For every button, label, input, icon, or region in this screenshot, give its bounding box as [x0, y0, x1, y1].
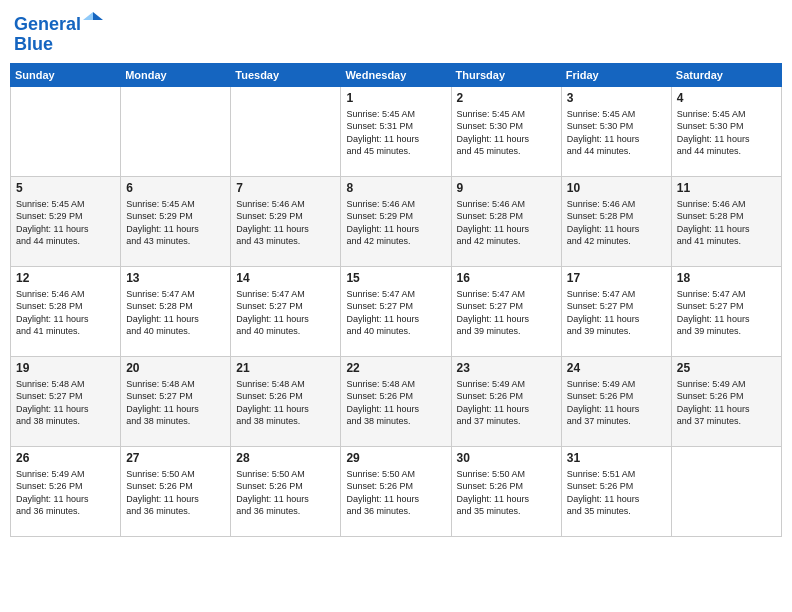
- day-info: Sunrise: 5:47 AM Sunset: 5:27 PM Dayligh…: [346, 288, 445, 338]
- logo-bird-icon: [83, 10, 103, 30]
- calendar-cell: 28Sunrise: 5:50 AM Sunset: 5:26 PM Dayli…: [231, 446, 341, 536]
- day-number: 19: [16, 361, 115, 375]
- calendar-cell: 23Sunrise: 5:49 AM Sunset: 5:26 PM Dayli…: [451, 356, 561, 446]
- col-friday: Friday: [561, 63, 671, 86]
- day-number: 17: [567, 271, 666, 285]
- day-info: Sunrise: 5:46 AM Sunset: 5:28 PM Dayligh…: [567, 198, 666, 248]
- calendar-cell: [231, 86, 341, 176]
- day-info: Sunrise: 5:46 AM Sunset: 5:28 PM Dayligh…: [16, 288, 115, 338]
- day-number: 21: [236, 361, 335, 375]
- day-number: 14: [236, 271, 335, 285]
- day-info: Sunrise: 5:47 AM Sunset: 5:27 PM Dayligh…: [567, 288, 666, 338]
- calendar-cell: 17Sunrise: 5:47 AM Sunset: 5:27 PM Dayli…: [561, 266, 671, 356]
- week-row-3: 19Sunrise: 5:48 AM Sunset: 5:27 PM Dayli…: [11, 356, 782, 446]
- day-number: 11: [677, 181, 776, 195]
- svg-marker-1: [83, 12, 93, 20]
- day-info: Sunrise: 5:49 AM Sunset: 5:26 PM Dayligh…: [677, 378, 776, 428]
- calendar-cell: 22Sunrise: 5:48 AM Sunset: 5:26 PM Dayli…: [341, 356, 451, 446]
- day-info: Sunrise: 5:45 AM Sunset: 5:29 PM Dayligh…: [126, 198, 225, 248]
- calendar-cell: 8Sunrise: 5:46 AM Sunset: 5:29 PM Daylig…: [341, 176, 451, 266]
- day-number: 31: [567, 451, 666, 465]
- day-number: 3: [567, 91, 666, 105]
- day-info: Sunrise: 5:45 AM Sunset: 5:29 PM Dayligh…: [16, 198, 115, 248]
- calendar-cell: 30Sunrise: 5:50 AM Sunset: 5:26 PM Dayli…: [451, 446, 561, 536]
- calendar-cell: [671, 446, 781, 536]
- calendar-cell: 18Sunrise: 5:47 AM Sunset: 5:27 PM Dayli…: [671, 266, 781, 356]
- calendar-cell: 7Sunrise: 5:46 AM Sunset: 5:29 PM Daylig…: [231, 176, 341, 266]
- day-info: Sunrise: 5:50 AM Sunset: 5:26 PM Dayligh…: [457, 468, 556, 518]
- day-number: 4: [677, 91, 776, 105]
- day-number: 24: [567, 361, 666, 375]
- day-info: Sunrise: 5:47 AM Sunset: 5:27 PM Dayligh…: [677, 288, 776, 338]
- day-number: 5: [16, 181, 115, 195]
- day-number: 26: [16, 451, 115, 465]
- calendar-cell: 11Sunrise: 5:46 AM Sunset: 5:28 PM Dayli…: [671, 176, 781, 266]
- day-number: 15: [346, 271, 445, 285]
- calendar-cell: 12Sunrise: 5:46 AM Sunset: 5:28 PM Dayli…: [11, 266, 121, 356]
- day-info: Sunrise: 5:49 AM Sunset: 5:26 PM Dayligh…: [457, 378, 556, 428]
- day-number: 9: [457, 181, 556, 195]
- day-number: 20: [126, 361, 225, 375]
- calendar-cell: 20Sunrise: 5:48 AM Sunset: 5:27 PM Dayli…: [121, 356, 231, 446]
- day-number: 30: [457, 451, 556, 465]
- calendar-cell: 6Sunrise: 5:45 AM Sunset: 5:29 PM Daylig…: [121, 176, 231, 266]
- calendar-cell: 27Sunrise: 5:50 AM Sunset: 5:26 PM Dayli…: [121, 446, 231, 536]
- day-info: Sunrise: 5:46 AM Sunset: 5:28 PM Dayligh…: [677, 198, 776, 248]
- col-wednesday: Wednesday: [341, 63, 451, 86]
- day-number: 1: [346, 91, 445, 105]
- calendar-cell: 19Sunrise: 5:48 AM Sunset: 5:27 PM Dayli…: [11, 356, 121, 446]
- day-number: 12: [16, 271, 115, 285]
- header-row: SundayMondayTuesdayWednesdayThursdayFrid…: [11, 63, 782, 86]
- svg-marker-0: [93, 12, 103, 20]
- calendar-cell: 3Sunrise: 5:45 AM Sunset: 5:30 PM Daylig…: [561, 86, 671, 176]
- day-info: Sunrise: 5:46 AM Sunset: 5:29 PM Dayligh…: [236, 198, 335, 248]
- calendar-cell: 4Sunrise: 5:45 AM Sunset: 5:30 PM Daylig…: [671, 86, 781, 176]
- day-info: Sunrise: 5:48 AM Sunset: 5:26 PM Dayligh…: [236, 378, 335, 428]
- day-number: 13: [126, 271, 225, 285]
- day-info: Sunrise: 5:48 AM Sunset: 5:26 PM Dayligh…: [346, 378, 445, 428]
- col-tuesday: Tuesday: [231, 63, 341, 86]
- week-row-4: 26Sunrise: 5:49 AM Sunset: 5:26 PM Dayli…: [11, 446, 782, 536]
- calendar-cell: 1Sunrise: 5:45 AM Sunset: 5:31 PM Daylig…: [341, 86, 451, 176]
- day-number: 2: [457, 91, 556, 105]
- day-number: 7: [236, 181, 335, 195]
- calendar-cell: 14Sunrise: 5:47 AM Sunset: 5:27 PM Dayli…: [231, 266, 341, 356]
- calendar-cell: 15Sunrise: 5:47 AM Sunset: 5:27 PM Dayli…: [341, 266, 451, 356]
- day-number: 8: [346, 181, 445, 195]
- week-row-0: 1Sunrise: 5:45 AM Sunset: 5:31 PM Daylig…: [11, 86, 782, 176]
- day-info: Sunrise: 5:50 AM Sunset: 5:26 PM Dayligh…: [346, 468, 445, 518]
- day-info: Sunrise: 5:47 AM Sunset: 5:27 PM Dayligh…: [457, 288, 556, 338]
- day-number: 28: [236, 451, 335, 465]
- calendar-cell: 13Sunrise: 5:47 AM Sunset: 5:28 PM Dayli…: [121, 266, 231, 356]
- logo-general: General: [14, 14, 81, 34]
- day-number: 6: [126, 181, 225, 195]
- day-number: 27: [126, 451, 225, 465]
- day-info: Sunrise: 5:49 AM Sunset: 5:26 PM Dayligh…: [567, 378, 666, 428]
- day-number: 16: [457, 271, 556, 285]
- col-thursday: Thursday: [451, 63, 561, 86]
- week-row-2: 12Sunrise: 5:46 AM Sunset: 5:28 PM Dayli…: [11, 266, 782, 356]
- calendar-cell: 16Sunrise: 5:47 AM Sunset: 5:27 PM Dayli…: [451, 266, 561, 356]
- day-number: 10: [567, 181, 666, 195]
- calendar-table: SundayMondayTuesdayWednesdayThursdayFrid…: [10, 63, 782, 537]
- day-info: Sunrise: 5:48 AM Sunset: 5:27 PM Dayligh…: [16, 378, 115, 428]
- logo-blue: Blue: [14, 34, 53, 54]
- day-number: 23: [457, 361, 556, 375]
- col-saturday: Saturday: [671, 63, 781, 86]
- calendar-cell: 5Sunrise: 5:45 AM Sunset: 5:29 PM Daylig…: [11, 176, 121, 266]
- day-info: Sunrise: 5:45 AM Sunset: 5:30 PM Dayligh…: [567, 108, 666, 158]
- calendar-cell: 10Sunrise: 5:46 AM Sunset: 5:28 PM Dayli…: [561, 176, 671, 266]
- day-number: 25: [677, 361, 776, 375]
- day-number: 22: [346, 361, 445, 375]
- day-info: Sunrise: 5:50 AM Sunset: 5:26 PM Dayligh…: [126, 468, 225, 518]
- calendar-cell: 29Sunrise: 5:50 AM Sunset: 5:26 PM Dayli…: [341, 446, 451, 536]
- day-info: Sunrise: 5:46 AM Sunset: 5:28 PM Dayligh…: [457, 198, 556, 248]
- day-info: Sunrise: 5:47 AM Sunset: 5:27 PM Dayligh…: [236, 288, 335, 338]
- calendar-cell: 25Sunrise: 5:49 AM Sunset: 5:26 PM Dayli…: [671, 356, 781, 446]
- calendar-cell: 21Sunrise: 5:48 AM Sunset: 5:26 PM Dayli…: [231, 356, 341, 446]
- col-monday: Monday: [121, 63, 231, 86]
- calendar-cell: 31Sunrise: 5:51 AM Sunset: 5:26 PM Dayli…: [561, 446, 671, 536]
- day-info: Sunrise: 5:48 AM Sunset: 5:27 PM Dayligh…: [126, 378, 225, 428]
- day-info: Sunrise: 5:45 AM Sunset: 5:30 PM Dayligh…: [677, 108, 776, 158]
- calendar-cell: [11, 86, 121, 176]
